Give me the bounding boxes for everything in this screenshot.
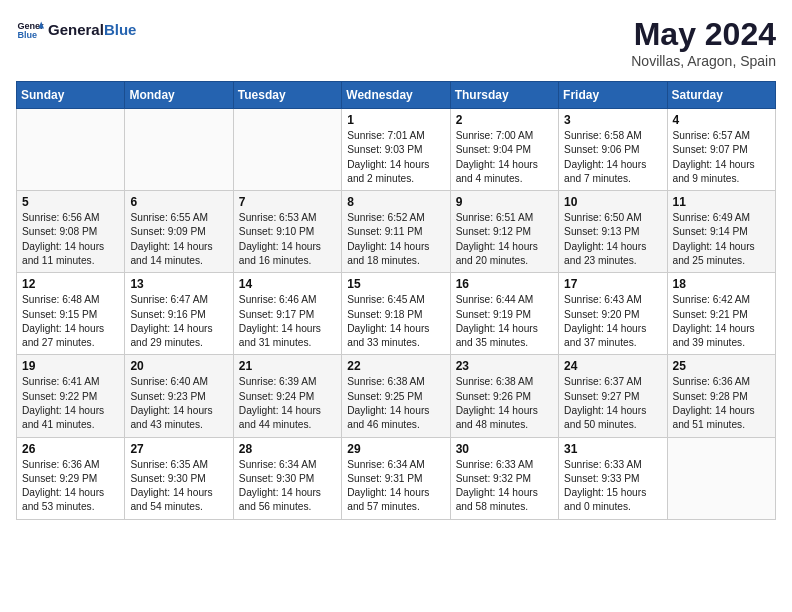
calendar-cell: 7Sunrise: 6:53 AMSunset: 9:10 PMDaylight… [233, 191, 341, 273]
day-number: 20 [130, 359, 227, 373]
calendar-cell: 16Sunrise: 6:44 AMSunset: 9:19 PMDayligh… [450, 273, 558, 355]
calendar-cell: 25Sunrise: 6:36 AMSunset: 9:28 PMDayligh… [667, 355, 775, 437]
day-number: 7 [239, 195, 336, 209]
weekday-header: Thursday [450, 82, 558, 109]
day-number: 13 [130, 277, 227, 291]
calendar-cell: 12Sunrise: 6:48 AMSunset: 9:15 PMDayligh… [17, 273, 125, 355]
day-info: Sunrise: 6:34 AMSunset: 9:31 PMDaylight:… [347, 458, 444, 515]
calendar-cell: 26Sunrise: 6:36 AMSunset: 9:29 PMDayligh… [17, 437, 125, 519]
day-info: Sunrise: 6:46 AMSunset: 9:17 PMDaylight:… [239, 293, 336, 350]
calendar-cell: 2Sunrise: 7:00 AMSunset: 9:04 PMDaylight… [450, 109, 558, 191]
day-info: Sunrise: 6:57 AMSunset: 9:07 PMDaylight:… [673, 129, 770, 186]
day-info: Sunrise: 6:51 AMSunset: 9:12 PMDaylight:… [456, 211, 553, 268]
calendar-cell: 20Sunrise: 6:40 AMSunset: 9:23 PMDayligh… [125, 355, 233, 437]
day-number: 17 [564, 277, 661, 291]
day-info: Sunrise: 6:49 AMSunset: 9:14 PMDaylight:… [673, 211, 770, 268]
day-number: 6 [130, 195, 227, 209]
calendar-cell [125, 109, 233, 191]
day-info: Sunrise: 6:45 AMSunset: 9:18 PMDaylight:… [347, 293, 444, 350]
day-number: 11 [673, 195, 770, 209]
calendar-cell: 19Sunrise: 6:41 AMSunset: 9:22 PMDayligh… [17, 355, 125, 437]
page-header: General Blue GeneralBlue May 2024 Novill… [16, 16, 776, 69]
day-info: Sunrise: 6:42 AMSunset: 9:21 PMDaylight:… [673, 293, 770, 350]
calendar-cell: 14Sunrise: 6:46 AMSunset: 9:17 PMDayligh… [233, 273, 341, 355]
calendar-table: SundayMondayTuesdayWednesdayThursdayFrid… [16, 81, 776, 520]
day-number: 12 [22, 277, 119, 291]
day-info: Sunrise: 6:39 AMSunset: 9:24 PMDaylight:… [239, 375, 336, 432]
weekday-header: Wednesday [342, 82, 450, 109]
calendar-cell: 28Sunrise: 6:34 AMSunset: 9:30 PMDayligh… [233, 437, 341, 519]
calendar-week-row: 26Sunrise: 6:36 AMSunset: 9:29 PMDayligh… [17, 437, 776, 519]
calendar-cell: 11Sunrise: 6:49 AMSunset: 9:14 PMDayligh… [667, 191, 775, 273]
calendar-cell: 6Sunrise: 6:55 AMSunset: 9:09 PMDaylight… [125, 191, 233, 273]
day-number: 8 [347, 195, 444, 209]
calendar-cell [17, 109, 125, 191]
day-info: Sunrise: 6:37 AMSunset: 9:27 PMDaylight:… [564, 375, 661, 432]
weekday-header: Tuesday [233, 82, 341, 109]
calendar-cell: 31Sunrise: 6:33 AMSunset: 9:33 PMDayligh… [559, 437, 667, 519]
day-info: Sunrise: 6:53 AMSunset: 9:10 PMDaylight:… [239, 211, 336, 268]
calendar-cell: 13Sunrise: 6:47 AMSunset: 9:16 PMDayligh… [125, 273, 233, 355]
calendar-week-row: 12Sunrise: 6:48 AMSunset: 9:15 PMDayligh… [17, 273, 776, 355]
day-number: 30 [456, 442, 553, 456]
calendar-week-row: 19Sunrise: 6:41 AMSunset: 9:22 PMDayligh… [17, 355, 776, 437]
calendar-cell: 30Sunrise: 6:33 AMSunset: 9:32 PMDayligh… [450, 437, 558, 519]
day-number: 24 [564, 359, 661, 373]
day-info: Sunrise: 6:33 AMSunset: 9:33 PMDaylight:… [564, 458, 661, 515]
month-title: May 2024 [631, 16, 776, 53]
day-number: 23 [456, 359, 553, 373]
weekday-header: Monday [125, 82, 233, 109]
day-info: Sunrise: 6:35 AMSunset: 9:30 PMDaylight:… [130, 458, 227, 515]
calendar-cell: 17Sunrise: 6:43 AMSunset: 9:20 PMDayligh… [559, 273, 667, 355]
weekday-header-row: SundayMondayTuesdayWednesdayThursdayFrid… [17, 82, 776, 109]
day-number: 25 [673, 359, 770, 373]
day-info: Sunrise: 6:38 AMSunset: 9:25 PMDaylight:… [347, 375, 444, 432]
day-info: Sunrise: 6:58 AMSunset: 9:06 PMDaylight:… [564, 129, 661, 186]
day-info: Sunrise: 6:38 AMSunset: 9:26 PMDaylight:… [456, 375, 553, 432]
calendar-cell: 24Sunrise: 6:37 AMSunset: 9:27 PMDayligh… [559, 355, 667, 437]
logo: General Blue GeneralBlue [16, 16, 136, 44]
location: Novillas, Aragon, Spain [631, 53, 776, 69]
day-info: Sunrise: 6:36 AMSunset: 9:29 PMDaylight:… [22, 458, 119, 515]
calendar-week-row: 1Sunrise: 7:01 AMSunset: 9:03 PMDaylight… [17, 109, 776, 191]
calendar-week-row: 5Sunrise: 6:56 AMSunset: 9:08 PMDaylight… [17, 191, 776, 273]
calendar-cell: 21Sunrise: 6:39 AMSunset: 9:24 PMDayligh… [233, 355, 341, 437]
calendar-cell: 15Sunrise: 6:45 AMSunset: 9:18 PMDayligh… [342, 273, 450, 355]
logo-icon: General Blue [16, 16, 44, 44]
calendar-cell: 9Sunrise: 6:51 AMSunset: 9:12 PMDaylight… [450, 191, 558, 273]
day-info: Sunrise: 6:41 AMSunset: 9:22 PMDaylight:… [22, 375, 119, 432]
day-number: 14 [239, 277, 336, 291]
day-number: 21 [239, 359, 336, 373]
day-info: Sunrise: 7:00 AMSunset: 9:04 PMDaylight:… [456, 129, 553, 186]
weekday-header: Friday [559, 82, 667, 109]
calendar-cell [667, 437, 775, 519]
calendar-cell: 27Sunrise: 6:35 AMSunset: 9:30 PMDayligh… [125, 437, 233, 519]
day-info: Sunrise: 6:44 AMSunset: 9:19 PMDaylight:… [456, 293, 553, 350]
day-info: Sunrise: 6:47 AMSunset: 9:16 PMDaylight:… [130, 293, 227, 350]
day-number: 4 [673, 113, 770, 127]
calendar-cell: 22Sunrise: 6:38 AMSunset: 9:25 PMDayligh… [342, 355, 450, 437]
day-number: 19 [22, 359, 119, 373]
day-number: 9 [456, 195, 553, 209]
day-number: 18 [673, 277, 770, 291]
logo-text: GeneralBlue [48, 21, 136, 39]
calendar-cell [233, 109, 341, 191]
day-number: 3 [564, 113, 661, 127]
day-number: 27 [130, 442, 227, 456]
day-number: 16 [456, 277, 553, 291]
calendar-cell: 23Sunrise: 6:38 AMSunset: 9:26 PMDayligh… [450, 355, 558, 437]
calendar-cell: 29Sunrise: 6:34 AMSunset: 9:31 PMDayligh… [342, 437, 450, 519]
calendar-cell: 1Sunrise: 7:01 AMSunset: 9:03 PMDaylight… [342, 109, 450, 191]
calendar-cell: 3Sunrise: 6:58 AMSunset: 9:06 PMDaylight… [559, 109, 667, 191]
day-number: 10 [564, 195, 661, 209]
calendar-cell: 4Sunrise: 6:57 AMSunset: 9:07 PMDaylight… [667, 109, 775, 191]
day-info: Sunrise: 6:43 AMSunset: 9:20 PMDaylight:… [564, 293, 661, 350]
day-info: Sunrise: 6:34 AMSunset: 9:30 PMDaylight:… [239, 458, 336, 515]
day-info: Sunrise: 6:40 AMSunset: 9:23 PMDaylight:… [130, 375, 227, 432]
calendar-cell: 5Sunrise: 6:56 AMSunset: 9:08 PMDaylight… [17, 191, 125, 273]
day-number: 26 [22, 442, 119, 456]
day-number: 2 [456, 113, 553, 127]
calendar-cell: 10Sunrise: 6:50 AMSunset: 9:13 PMDayligh… [559, 191, 667, 273]
calendar-cell: 18Sunrise: 6:42 AMSunset: 9:21 PMDayligh… [667, 273, 775, 355]
weekday-header: Sunday [17, 82, 125, 109]
